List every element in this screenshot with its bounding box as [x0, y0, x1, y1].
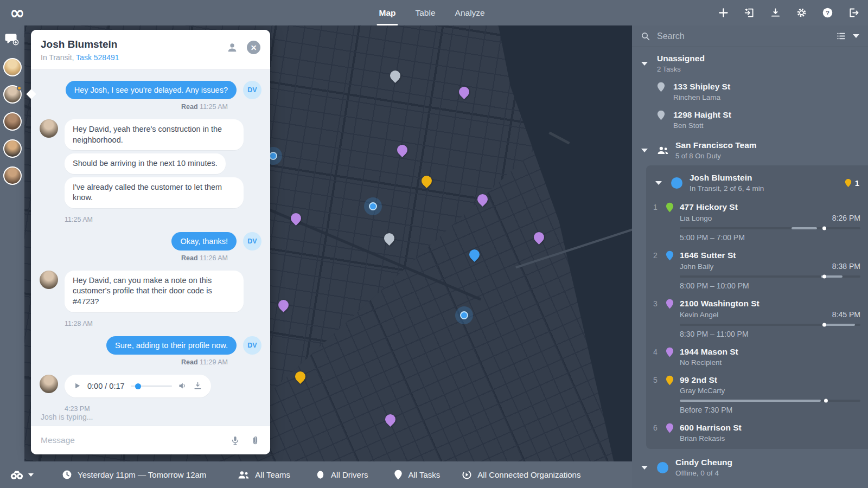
collapse-caret-icon[interactable] [655, 181, 662, 185]
task-number: 2 [646, 251, 665, 260]
collapse-caret-icon[interactable] [641, 466, 648, 470]
map-task-pin[interactable] [383, 412, 398, 427]
task-address: 600 Harrison St [680, 423, 860, 433]
help-icon[interactable]: ? [822, 7, 833, 18]
close-icon[interactable]: ✕ [247, 41, 260, 54]
tasks-filter[interactable]: All Tasks [394, 470, 440, 480]
map-task-pin[interactable] [475, 192, 490, 207]
driver-row-cindy[interactable]: Cindy Cheung Offline, 0 of 4 [632, 452, 868, 485]
unassigned-task-row[interactable]: 133 Shipley St Rinchen Lama [632, 82, 868, 101]
gear-icon[interactable] [796, 7, 807, 18]
driver-avatar-1[interactable] [3, 58, 22, 76]
task-row[interactable]: 1 477 Hickory St Lia Longo8:26 PM 5:00 P… [646, 202, 868, 242]
tab-analyze[interactable]: Analyze [455, 0, 485, 25]
task-eta: 8:45 PM [832, 310, 860, 319]
connected-org-icon [462, 470, 472, 480]
collapse-caret-icon[interactable] [641, 149, 648, 152]
contact-avatar [40, 271, 58, 289]
volume-icon[interactable] [178, 381, 187, 390]
mic-icon[interactable] [230, 435, 240, 446]
driver-avatar-5[interactable] [3, 166, 22, 185]
task-eta: 8:38 PM [832, 262, 860, 271]
audio-scrubber[interactable] [131, 383, 172, 389]
download-icon[interactable] [770, 7, 781, 18]
map-task-pin[interactable] [532, 230, 546, 245]
task-row[interactable]: 6 600 Harrison St Brian Rekasis [646, 423, 868, 442]
group-subtitle: 5 of 8 On Duty [675, 152, 757, 160]
driver-row-josh[interactable]: Josh Blumstein In Transit, 2 of 6, 4 min… [646, 168, 868, 194]
date-range-filter[interactable]: Yesterday 11pm — Tomorrow 12am [62, 470, 206, 480]
map-task-pin[interactable] [419, 174, 434, 188]
task-row[interactable]: 3 2100 Washington St Kevin Angel8:45 PM … [646, 299, 868, 338]
paperclip-icon[interactable] [250, 435, 260, 446]
chat-contact-name: Josh Blumstein [41, 38, 226, 50]
map-task-pin[interactable] [395, 143, 410, 157]
task-pin-icon [666, 202, 674, 213]
tab-map[interactable]: Map [379, 0, 395, 25]
audio-player: 0:00 / 0:17 [65, 375, 211, 397]
drivers-filter[interactable]: All Drivers [315, 470, 368, 480]
search-input[interactable] [657, 31, 829, 41]
search-bar [632, 25, 868, 47]
person-icon[interactable] [226, 42, 238, 54]
driver-location-dot[interactable] [460, 311, 468, 319]
group-unassigned[interactable]: Unassigned 2 Tasks [632, 54, 868, 73]
import-icon[interactable] [744, 7, 755, 18]
task-recipient: Gray McCarty [680, 387, 725, 395]
scrubber-handle[interactable] [135, 383, 141, 389]
task-progress [680, 275, 860, 278]
chat-header: Josh Blumstein In Transit, Task 528491 ✕ [31, 30, 270, 70]
task-row[interactable]: 4 1944 Mason St No Recipient [646, 347, 868, 367]
message-input[interactable] [41, 435, 220, 445]
group-sf-team[interactable]: San Francisco Team 5 of 8 On Duty [632, 140, 868, 160]
task-number: 4 [646, 347, 665, 356]
group-subtitle: 2 Tasks [657, 65, 705, 73]
message-outgoing: Okay, thanks! DV [40, 232, 261, 251]
logout-icon[interactable] [848, 7, 859, 18]
play-icon[interactable] [73, 382, 81, 390]
task-pin-icon [657, 82, 665, 92]
task-address: 99 2nd St [680, 375, 860, 385]
task-recipient: No Recipient [680, 358, 722, 367]
map-task-pin[interactable] [467, 247, 482, 262]
map-task-pin[interactable] [457, 85, 471, 99]
driver-status: Offline, 0 of 4 [675, 469, 860, 477]
tab-table[interactable]: Table [415, 0, 435, 25]
connected-orgs-filter[interactable]: All Connected Organizations [462, 470, 580, 480]
caret-down-icon[interactable] [853, 34, 859, 38]
plus-icon[interactable] [718, 7, 729, 18]
driver-location-dot[interactable] [369, 202, 377, 210]
group-title: San Francisco Team [675, 140, 757, 150]
map-task-pin[interactable] [289, 211, 303, 226]
driver-avatar-josh[interactable] [3, 85, 22, 104]
task-row[interactable]: 2 1646 Sutter St John Baily8:38 PM 8:00 … [646, 251, 868, 290]
teams-filter[interactable]: All Teams [238, 470, 290, 480]
onfleet-logo-icon[interactable]: ∞ [10, 1, 25, 25]
lookout-filter[interactable] [10, 470, 34, 480]
driver-avatar-3[interactable] [3, 112, 22, 131]
unassigned-task-row[interactable]: 1298 Haight St Ben Stott [632, 110, 868, 130]
caret-down-icon [28, 473, 34, 477]
map-task-pin[interactable] [388, 68, 403, 83]
task-address: 1298 Haight St [673, 110, 731, 120]
download-icon[interactable] [193, 381, 202, 390]
map-task-pin[interactable] [293, 369, 308, 384]
message-bubble: Hey David, yeah there's construction in … [65, 119, 244, 150]
driver-avatar-4[interactable] [3, 139, 22, 158]
task-address: 133 Shipley St [673, 82, 730, 92]
task-link[interactable]: Task 528491 [76, 53, 119, 62]
collapse-caret-icon[interactable] [641, 62, 648, 66]
badge-pin-icon [845, 178, 852, 188]
map-task-pin[interactable] [276, 298, 291, 312]
list-icon[interactable] [836, 31, 846, 41]
pin-icon [394, 470, 403, 480]
task-sidebar: Unassigned 2 Tasks 133 Shipley St Rinche… [632, 25, 868, 488]
sender-avatar: DV [243, 81, 261, 99]
new-chat-icon[interactable] [5, 33, 20, 46]
task-row[interactable]: 5 99 2nd St Gray McCarty Before 7:30 PM [646, 375, 868, 414]
map-task-pin[interactable] [382, 231, 397, 246]
sender-avatar: DV [243, 336, 261, 355]
task-eta: 8:26 PM [832, 214, 860, 222]
message-bubble: Hey David, can you make a note on this c… [65, 271, 244, 312]
message-outgoing: Hey Josh, I see you're delayed. Any issu… [40, 81, 261, 99]
